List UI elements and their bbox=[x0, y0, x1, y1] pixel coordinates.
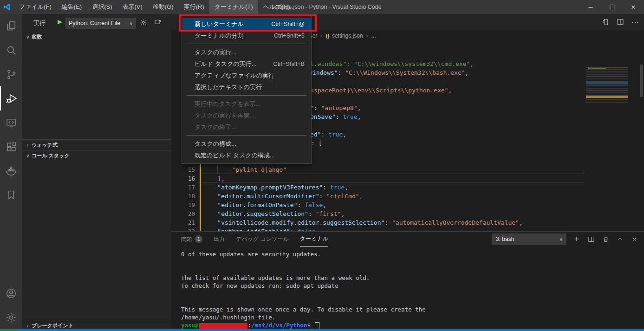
code-line: 15 "pylint_django" bbox=[171, 165, 644, 174]
start-debugging-icon[interactable]: ▶ bbox=[58, 18, 62, 25]
code-text: "pylint_django" bbox=[203, 165, 286, 174]
chevron-down-icon: ∨ bbox=[24, 153, 32, 158]
menubar-item[interactable]: ファイル(F) bbox=[14, 0, 57, 14]
run-panel-title: 実行 bbox=[33, 19, 46, 27]
vscode-window: ファイル(F)編集(E)選択(S)表示(V)移動(G)実行(R)ターミナル(T)… bbox=[0, 0, 644, 331]
panel-tab-ターミナル[interactable]: ターミナル bbox=[300, 232, 328, 247]
maximize-panel-icon[interactable] bbox=[616, 235, 624, 243]
explorer-icon[interactable] bbox=[0, 14, 22, 38]
debug-sidebar: 実行 ▶ Python: Current File ∨ ∨変数›ウォッチ式∨コー… bbox=[22, 14, 171, 329]
breadcrumb-item[interactable]: settings.json bbox=[332, 32, 363, 39]
line-number: 15 bbox=[171, 165, 195, 174]
code-line: 22 "python.jediEnabled": false bbox=[171, 227, 644, 231]
menu-item[interactable]: アクティブなファイルの実行 bbox=[182, 70, 311, 81]
modified-gutter-indicator bbox=[200, 209, 201, 218]
split-terminal-icon[interactable] bbox=[587, 235, 595, 243]
split-editor-icon[interactable] bbox=[616, 18, 624, 26]
menubar-item[interactable]: 編集(E) bbox=[57, 0, 87, 14]
line-number: 17 bbox=[171, 183, 195, 192]
menu-item[interactable]: 既定のビルド タスクの構成... bbox=[182, 149, 311, 161]
code-text: "atomKeymap.promptV3Features": true, bbox=[203, 183, 348, 192]
menu-item[interactable]: タスクの終了... bbox=[182, 121, 311, 133]
editor-actions: ⋯ bbox=[601, 18, 639, 26]
source-control-icon[interactable] bbox=[0, 62, 22, 86]
terminal-picker[interactable]: 3: bash ∨ bbox=[492, 234, 566, 245]
menubar-item[interactable]: 選択(S) bbox=[87, 0, 117, 14]
menubar-item[interactable]: 実行(R) bbox=[179, 0, 209, 14]
line-number: 18 bbox=[171, 192, 195, 201]
title-bar: ファイル(F)編集(E)選択(S)表示(V)移動(G)実行(R)ターミナル(T)… bbox=[0, 0, 644, 14]
menubar-item[interactable]: 表示(V) bbox=[117, 0, 148, 14]
code-text: "editor.multiCursorModifier": "ctrlCmd", bbox=[203, 192, 363, 201]
kill-terminal-icon[interactable] bbox=[601, 235, 610, 243]
menubar-item[interactable]: ターミナル(T) bbox=[209, 0, 258, 14]
docker-icon[interactable] bbox=[0, 159, 22, 183]
chevron-right-icon: › bbox=[24, 323, 32, 328]
sidebar-section-watch[interactable]: ›ウォッチ式 bbox=[22, 139, 171, 150]
close-panel-icon[interactable] bbox=[630, 235, 638, 243]
extensions-icon[interactable] bbox=[0, 135, 22, 159]
window-controls: ─ ☐ ✕ bbox=[580, 0, 644, 14]
terminal-line: To check for new updates run: sudo apt u… bbox=[181, 282, 338, 290]
json-braces-icon: {} bbox=[325, 33, 330, 39]
menu-item[interactable]: ターミナルの分割Ctrl+Shift+5 bbox=[182, 30, 311, 41]
terminal-line: /home/yasu/.hushlogin file. bbox=[181, 313, 275, 321]
chevron-down-icon: ∨ bbox=[559, 237, 563, 242]
breadcrumb-item[interactable]: ... bbox=[371, 32, 376, 39]
redacted-hostname bbox=[199, 323, 247, 329]
activity-bar bbox=[0, 14, 22, 329]
new-terminal-icon[interactable]: + bbox=[572, 235, 581, 243]
terminal-line: This message is shown once once a day. T… bbox=[181, 305, 426, 313]
menu-bar: ファイル(F)編集(E)選択(S)表示(V)移動(G)実行(R)ターミナル(T)… bbox=[14, 0, 295, 14]
line-number: 19 bbox=[171, 201, 195, 209]
settings-gear-icon[interactable] bbox=[0, 305, 22, 330]
remote-explorer-icon[interactable] bbox=[0, 110, 22, 135]
section-label: 変数 bbox=[32, 33, 42, 40]
breadcrumb-chevron-icon: › bbox=[366, 32, 368, 39]
open-settings-ui-icon[interactable] bbox=[601, 18, 610, 26]
modified-gutter-indicator bbox=[200, 183, 201, 192]
window-title: settings.json - Python - Visual Studio C… bbox=[272, 0, 382, 14]
sidebar-section-variables[interactable]: ∨変数 bbox=[22, 32, 171, 42]
chevron-down-icon: ∨ bbox=[130, 21, 133, 26]
menu-item[interactable]: ビルド タスクの実行...Ctrl+Shift+B bbox=[182, 58, 311, 70]
terminal-output[interactable]: 0 of these updates are security updates.… bbox=[181, 247, 636, 329]
code-line: 19 "editor.formatOnPaste": false, bbox=[171, 201, 644, 209]
remote-indicator[interactable] bbox=[0, 329, 17, 331]
maximize-button[interactable]: ☐ bbox=[601, 0, 623, 14]
menubar-item[interactable]: 移動(G) bbox=[148, 0, 179, 14]
panel-tab-問題[interactable]: 問題1 bbox=[181, 232, 202, 247]
close-button[interactable]: ✕ bbox=[623, 0, 644, 14]
sidebar-section-callstack[interactable]: ∨コール スタック bbox=[22, 150, 171, 161]
account-icon[interactable] bbox=[0, 281, 22, 305]
code-line: 16 ], bbox=[171, 174, 644, 183]
search-icon[interactable] bbox=[0, 38, 22, 62]
menu-item[interactable]: タスクの実行... bbox=[182, 46, 311, 58]
menu-item[interactable]: 選択したテキストの実行 bbox=[182, 81, 311, 93]
menu-separator bbox=[187, 135, 306, 136]
line-number: 16 bbox=[171, 174, 195, 183]
menu-item[interactable]: タスクの実行を再開... bbox=[182, 110, 311, 121]
run-and-debug-icon[interactable] bbox=[0, 86, 22, 110]
panel-tab-デバッグ コンソール[interactable]: デバッグ コンソール bbox=[236, 232, 289, 247]
code-text: ": "autopep8", bbox=[310, 104, 361, 112]
bookmarks-icon[interactable] bbox=[0, 183, 22, 207]
more-actions-icon[interactable]: ⋯ bbox=[631, 18, 639, 26]
minimize-button[interactable]: ─ bbox=[580, 0, 601, 14]
menu-item[interactable]: タスクの構成... bbox=[182, 138, 311, 149]
code-line: 17 "atomKeymap.promptV3Features": true, bbox=[171, 183, 644, 192]
debug-settings-gear-icon[interactable] bbox=[140, 19, 147, 28]
panel-tab-出力[interactable]: 出力 bbox=[214, 232, 225, 247]
code-text: kspaceRoot}\\env\\Scripts\\python.exe", bbox=[310, 86, 452, 95]
code-text: ], bbox=[203, 174, 225, 183]
code-text: "python.jediEnabled": false bbox=[203, 227, 316, 231]
modified-gutter-indicator bbox=[200, 165, 201, 174]
debug-config-picker[interactable]: Python: Current File ∨ bbox=[65, 18, 136, 29]
code-text: "vsintellicode.modify.editor.suggestSele… bbox=[203, 218, 523, 227]
code-text: ed": true, bbox=[310, 130, 346, 139]
menu-item[interactable]: 新しいターミナルCtrl+Shift+@ bbox=[182, 18, 311, 30]
menu-item[interactable]: 実行中のタスクを表示... bbox=[182, 98, 311, 110]
breadcrumb-chevron-icon: › bbox=[320, 32, 322, 39]
code-text: : [ bbox=[311, 139, 322, 148]
open-debug-console-icon[interactable] bbox=[154, 19, 162, 28]
